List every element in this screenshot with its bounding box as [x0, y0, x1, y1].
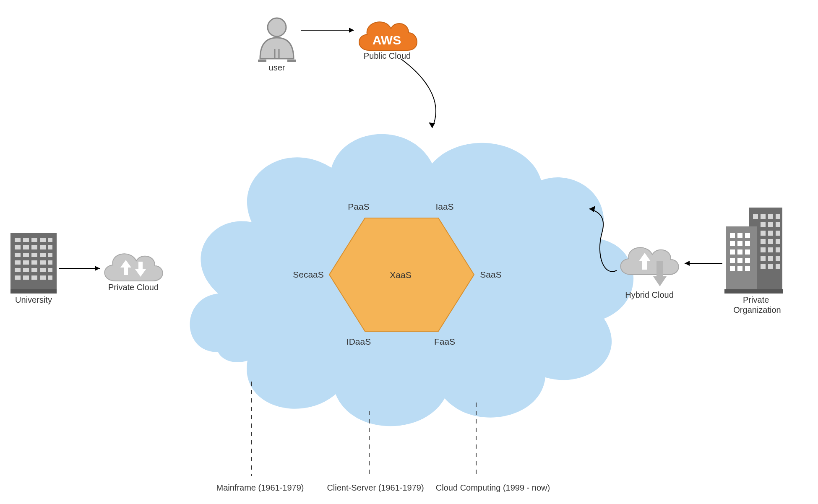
svg-rect-31 — [15, 268, 21, 272]
svg-rect-38 — [31, 275, 37, 280]
svg-rect-23 — [31, 253, 37, 257]
svg-rect-27 — [23, 260, 29, 265]
arrow-univ-to-private — [59, 266, 100, 271]
svg-rect-36 — [15, 275, 21, 280]
aws-text: AWS — [373, 33, 401, 47]
timeline-cloud: Cloud Computing (1999 - now) — [436, 483, 550, 492]
svg-rect-18 — [31, 245, 37, 249]
service-paas: PaaS — [348, 202, 369, 211]
svg-rect-29 — [40, 260, 46, 265]
svg-rect-49 — [761, 214, 766, 219]
svg-rect-54 — [776, 222, 780, 227]
svg-rect-63 — [776, 247, 780, 252]
private-cloud-label: Private Cloud — [108, 283, 159, 292]
svg-rect-84 — [745, 266, 750, 271]
svg-rect-14 — [40, 238, 46, 242]
svg-rect-56 — [768, 231, 773, 236]
svg-rect-79 — [730, 258, 735, 263]
svg-rect-75 — [745, 241, 750, 246]
svg-rect-33 — [31, 268, 37, 272]
private-org-label-line1: Private Organization — [733, 295, 781, 314]
svg-rect-25 — [48, 253, 52, 257]
svg-rect-30 — [48, 260, 52, 265]
svg-rect-64 — [761, 256, 766, 261]
svg-rect-51 — [776, 214, 780, 219]
svg-rect-67 — [761, 264, 766, 269]
user-icon — [258, 18, 296, 61]
svg-rect-11 — [15, 238, 21, 242]
svg-rect-61 — [761, 247, 766, 252]
svg-rect-26 — [15, 260, 21, 265]
svg-rect-34 — [40, 268, 46, 272]
svg-rect-80 — [737, 258, 742, 263]
svg-rect-50 — [768, 214, 773, 219]
svg-rect-20 — [48, 245, 52, 249]
timeline-client-server: Client-Server (1961-1979) — [327, 483, 424, 492]
hybrid-cloud-label: Hybrid Cloud — [625, 290, 674, 299]
svg-rect-65 — [768, 256, 773, 261]
svg-rect-53 — [768, 222, 773, 227]
public-cloud-label: Public Cloud — [364, 51, 411, 60]
svg-rect-12 — [23, 238, 29, 242]
svg-rect-72 — [745, 233, 750, 238]
svg-rect-13 — [31, 238, 37, 242]
svg-rect-52 — [761, 222, 766, 227]
xaas-label: XaaS — [390, 270, 411, 280]
svg-point-1 — [268, 18, 286, 36]
arrow-user-to-aws — [301, 28, 354, 33]
service-idaas: IDaaS — [346, 337, 371, 346]
svg-rect-15 — [48, 238, 52, 242]
user-label: user — [269, 63, 285, 72]
svg-rect-40 — [48, 275, 52, 280]
svg-rect-32 — [23, 268, 29, 272]
svg-marker-7 — [349, 28, 354, 33]
arrow-org-to-hybrid — [685, 261, 722, 266]
timeline-mainframe: Mainframe (1961-1979) — [216, 483, 304, 492]
svg-marker-88 — [685, 261, 690, 266]
private-cloud-icon — [104, 254, 162, 281]
university-label: University — [15, 295, 52, 304]
svg-rect-55 — [761, 231, 766, 236]
svg-rect-21 — [15, 253, 21, 257]
svg-rect-17 — [23, 245, 29, 249]
svg-rect-57 — [776, 231, 780, 236]
arrow-aws-to-cloud — [401, 59, 436, 128]
svg-rect-39 — [40, 275, 46, 280]
svg-rect-82 — [730, 266, 735, 271]
svg-rect-66 — [776, 256, 780, 261]
svg-rect-24 — [40, 253, 46, 257]
service-saas: SaaS — [480, 270, 501, 279]
svg-rect-35 — [48, 268, 52, 272]
svg-rect-74 — [737, 241, 742, 246]
service-iaas: IaaS — [435, 202, 453, 211]
svg-rect-47 — [724, 289, 783, 294]
svg-rect-78 — [745, 249, 750, 255]
svg-rect-19 — [40, 245, 46, 249]
svg-rect-81 — [745, 258, 750, 263]
svg-rect-22 — [23, 253, 29, 257]
aws-cloud-icon: AWS — [359, 22, 417, 50]
svg-rect-76 — [730, 249, 735, 255]
svg-marker-44 — [95, 266, 100, 271]
service-faas: FaaS — [434, 337, 455, 346]
service-secaas: SecaaS — [293, 270, 324, 279]
svg-rect-10 — [10, 289, 57, 294]
svg-rect-16 — [15, 245, 21, 249]
svg-rect-60 — [776, 239, 780, 244]
svg-rect-48 — [753, 214, 758, 219]
svg-rect-37 — [23, 275, 29, 280]
svg-rect-70 — [730, 233, 735, 238]
svg-rect-71 — [737, 233, 742, 238]
svg-rect-68 — [768, 264, 773, 269]
svg-rect-83 — [737, 266, 742, 271]
svg-rect-69 — [776, 264, 780, 269]
svg-rect-28 — [31, 260, 37, 265]
svg-marker-8 — [429, 122, 435, 128]
svg-rect-62 — [768, 247, 773, 252]
private-org-icon — [724, 208, 783, 294]
svg-rect-59 — [768, 239, 773, 244]
svg-rect-58 — [761, 239, 766, 244]
university-icon — [10, 233, 57, 294]
svg-rect-77 — [737, 249, 742, 255]
svg-rect-73 — [730, 241, 735, 246]
